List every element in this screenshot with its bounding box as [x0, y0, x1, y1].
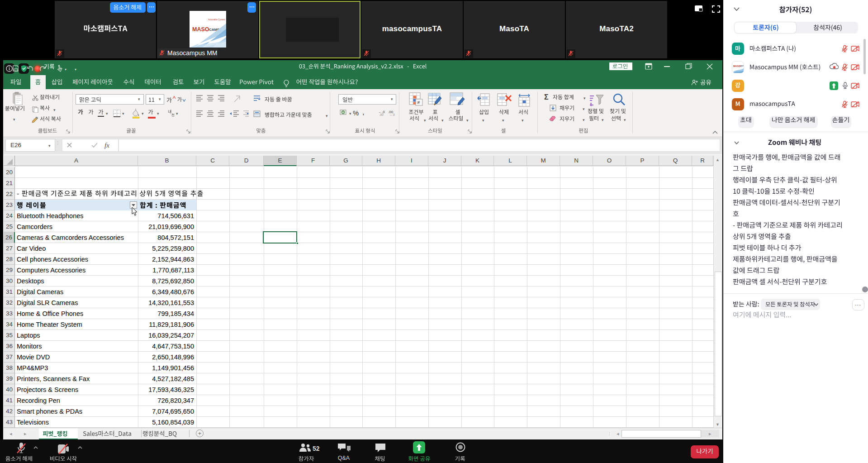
svg-text:→.0: →.0	[389, 113, 395, 116]
svg-text:CAMPUS: CAMPUS	[740, 65, 744, 67]
svg-text:≠: ≠	[417, 100, 420, 105]
svg-text:.00: .00	[379, 113, 384, 116]
svg-text:fx: fx	[104, 142, 109, 149]
svg-text:Actionable Content: Actionable Content	[208, 19, 226, 21]
svg-text:MASO: MASO	[192, 26, 209, 33]
svg-text:ㅒ: ㅒ	[589, 102, 593, 107]
